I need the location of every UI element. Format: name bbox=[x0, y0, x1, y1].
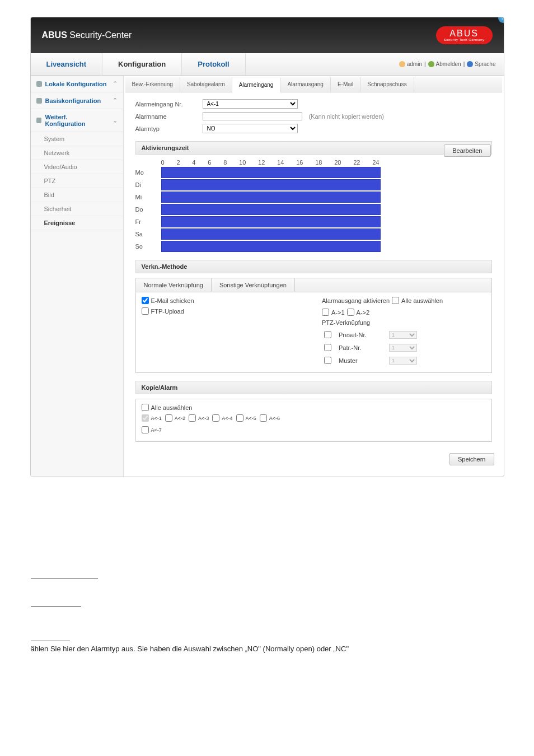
current-user: admin bbox=[399, 61, 422, 67]
alarm-type-select[interactable]: NO bbox=[203, 124, 298, 133]
schedule-bar-mi[interactable] bbox=[161, 192, 381, 203]
sidebar-item-events[interactable]: Ereignisse bbox=[31, 216, 123, 230]
chk-alarm-out-all-label: Alle auswählen bbox=[401, 297, 443, 304]
day-sa: Sa bbox=[135, 231, 161, 237]
sidebar: Lokale Konfiguration⌃ Basiskonfiguration… bbox=[31, 76, 124, 477]
pattern-select[interactable]: 1 bbox=[389, 357, 417, 365]
chk-patrol[interactable] bbox=[324, 344, 331, 351]
chk-copy-5[interactable] bbox=[236, 414, 243, 422]
schedule-bar-do[interactable] bbox=[161, 204, 381, 215]
alarm-type-label: Alarmtyp bbox=[135, 125, 203, 132]
gear-icon bbox=[36, 81, 42, 87]
chk-copy-4[interactable] bbox=[212, 414, 219, 422]
chk-out-a1-label: A->1 bbox=[331, 309, 345, 316]
chk-out-a2[interactable] bbox=[347, 309, 354, 316]
sidebar-item-video-audio[interactable]: Video/Audio bbox=[31, 160, 123, 174]
schedule-bar-sa[interactable] bbox=[161, 228, 381, 240]
schedule-bar-di[interactable] bbox=[161, 179, 381, 190]
preset-select[interactable]: 1 bbox=[389, 331, 417, 339]
wrench-icon bbox=[36, 118, 42, 123]
chk-ftp[interactable] bbox=[142, 307, 149, 315]
patrol-label: Patr.-Nr. bbox=[339, 344, 383, 351]
chk-copy-all[interactable] bbox=[142, 404, 149, 411]
chk-alarm-out-all[interactable] bbox=[392, 297, 399, 304]
chk-copy-6[interactable] bbox=[260, 414, 267, 422]
chk-email[interactable] bbox=[142, 297, 149, 304]
chk-copy-all-label: Alle auswählen bbox=[151, 404, 193, 411]
day-so: So bbox=[135, 243, 161, 250]
schedule-bar-so[interactable] bbox=[161, 241, 381, 252]
day-mo: Mo bbox=[135, 169, 161, 176]
logout-icon bbox=[428, 61, 434, 67]
chk-pattern[interactable] bbox=[324, 357, 331, 364]
globe-icon bbox=[467, 61, 473, 67]
chk-out-a1[interactable] bbox=[322, 309, 329, 316]
copy-alarm-section-header: Kopie/Alarm bbox=[135, 381, 492, 394]
link-tab-normal[interactable]: Normale Verknüpfung bbox=[136, 278, 212, 292]
sidebar-advanced-config[interactable]: Weiterf. Konfiguration⌄ bbox=[31, 109, 123, 132]
footer-text: ählen Sie hier den Alarmtyp aus. Sie hab… bbox=[31, 645, 504, 653]
sidebar-basic-config[interactable]: Basiskonfiguration⌃ bbox=[31, 92, 123, 109]
chk-ftp-label: FTP-Upload bbox=[151, 308, 184, 315]
chk-copy-2[interactable] bbox=[165, 414, 172, 422]
chk-copy-7[interactable] bbox=[142, 426, 149, 433]
chk-copy-1[interactable] bbox=[142, 414, 149, 422]
alarm-in-no-select[interactable]: A<-1 bbox=[203, 99, 298, 109]
sidebar-item-system[interactable]: System bbox=[31, 132, 123, 146]
day-di: Di bbox=[135, 181, 161, 188]
chk-email-label: E-Mail schicken bbox=[151, 297, 194, 304]
brand-logo: ABUS Security Tech Germany bbox=[436, 26, 493, 44]
chk-copy-3[interactable] bbox=[189, 414, 196, 422]
logout-link[interactable]: Abmelden bbox=[428, 61, 461, 67]
language-link[interactable]: Sprache bbox=[467, 61, 495, 67]
alarm-in-no-label: Alarmeingang Nr. bbox=[135, 101, 203, 108]
save-button[interactable]: Speichern bbox=[449, 453, 494, 465]
tab-liveview[interactable]: Liveansicht bbox=[31, 53, 103, 75]
pattern-label: Muster bbox=[339, 357, 383, 364]
subtab-alarm-out[interactable]: Alarmausgang bbox=[280, 77, 330, 92]
alarm-name-input[interactable] bbox=[203, 112, 302, 120]
preset-label: Preset-Nr. bbox=[339, 332, 383, 338]
subtab-tamper[interactable]: Sabotagealarm bbox=[180, 77, 232, 92]
day-do: Do bbox=[135, 206, 161, 213]
day-mi: Mi bbox=[135, 194, 161, 200]
link-tab-other[interactable]: Sonstige Verknüpfungen bbox=[212, 278, 295, 292]
subtab-alarm-in[interactable]: Alarmeingang bbox=[232, 78, 281, 92]
alarm-out-activate-label: Alarmausgang aktivieren bbox=[322, 297, 390, 304]
subtab-email[interactable]: E-Mail bbox=[331, 77, 360, 92]
schedule-section-header: Aktivierungszeit bbox=[135, 141, 492, 155]
subtab-snapshot[interactable]: Schnappschuss bbox=[360, 77, 414, 92]
schedule-grid: 024681012141618202224 Mo Di Mi Do Fr Sa … bbox=[135, 159, 492, 252]
header: ABUS Security-Center ABUS Security Tech … bbox=[31, 17, 504, 53]
sidebar-item-ptz[interactable]: PTZ bbox=[31, 174, 123, 188]
tab-protocol[interactable]: Protokoll bbox=[182, 53, 245, 75]
link-method-section-header: Verkn.-Methode bbox=[135, 260, 492, 273]
schedule-edit-button[interactable]: Bearbeiten bbox=[444, 144, 490, 157]
alarm-name-label: Alarmname bbox=[135, 113, 203, 120]
sidebar-item-security[interactable]: Sicherheit bbox=[31, 202, 123, 216]
sidebar-item-image[interactable]: Bild bbox=[31, 188, 123, 202]
gear-icon bbox=[36, 98, 42, 104]
chk-preset[interactable] bbox=[324, 331, 331, 338]
schedule-bar-fr[interactable] bbox=[161, 216, 381, 227]
sidebar-item-network[interactable]: Netzwerk bbox=[31, 146, 123, 160]
event-subtabs: Bew.-Erkennung Sabotagealarm Alarmeingan… bbox=[125, 77, 502, 92]
chk-out-a2-label: A->2 bbox=[357, 309, 370, 316]
schedule-bar-mo[interactable] bbox=[161, 167, 381, 178]
user-icon bbox=[399, 61, 405, 67]
chevron-down-icon: ⌄ bbox=[113, 117, 118, 124]
chevron-icon: ⌃ bbox=[113, 80, 118, 87]
schedule-ticks: 024681012141618202224 bbox=[161, 159, 380, 166]
ptz-link-title: PTZ-Verknüpfung bbox=[322, 319, 486, 326]
app-title: ABUS Security-Center bbox=[42, 30, 132, 40]
tab-configuration[interactable]: Konfiguration bbox=[102, 53, 182, 75]
top-nav: Liveansicht Konfiguration Protokoll admi… bbox=[31, 53, 504, 76]
sidebar-local-config[interactable]: Lokale Konfiguration⌃ bbox=[31, 76, 123, 92]
alarm-name-hint: (Kann nicht kopiert werden) bbox=[309, 113, 385, 120]
day-fr: Fr bbox=[135, 218, 161, 225]
chevron-icon: ⌃ bbox=[113, 97, 118, 104]
subtab-motion[interactable]: Bew.-Erkennung bbox=[125, 77, 180, 92]
patrol-select[interactable]: 1 bbox=[389, 344, 417, 352]
